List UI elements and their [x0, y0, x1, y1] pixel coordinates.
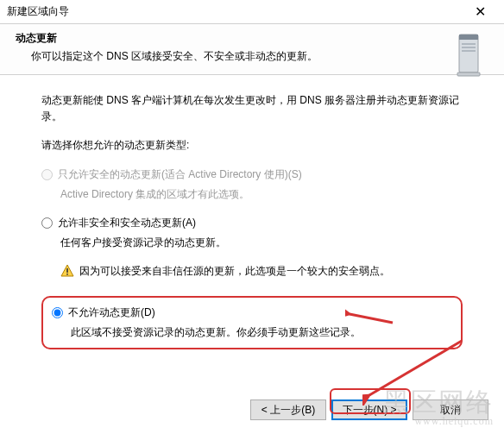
close-button[interactable]: ✕	[463, 0, 497, 24]
option-secure-only: 只允许安全的动态更新(适合 Active Directory 使用)(S)	[41, 167, 463, 183]
option-allow-nonsecure-desc2: 因为可以接受来自非信任源的更新，此选项是一个较大的安全弱点。	[79, 263, 390, 280]
svg-rect-4	[462, 50, 476, 52]
header-subtitle: 你可以指定这个 DNS 区域接受安全、不安全或非动态的更新。	[16, 49, 488, 64]
wizard-content: 动态更新能使 DNS 客户端计算机在每次发生更改时，用 DNS 服务器注册并动态…	[0, 75, 504, 358]
option-allow-nonsecure[interactable]: 允许非安全和安全动态更新(A)	[41, 215, 463, 231]
prompt-text: 请选择你想允许的动态更新类型:	[41, 137, 463, 154]
option-secure-only-desc: Active Directory 集成的区域才有此选项。	[41, 186, 463, 203]
svg-rect-5	[457, 72, 480, 76]
radio-secure-only	[41, 169, 53, 180]
option-disallow[interactable]: 不允许动态更新(D)	[52, 305, 452, 321]
svg-rect-1	[459, 35, 478, 40]
svg-rect-3	[462, 47, 476, 48]
window-title: 新建区域向导	[7, 4, 463, 19]
svg-rect-6	[66, 268, 68, 273]
radio-disallow[interactable]	[52, 307, 63, 318]
next-button[interactable]: 下一步(N) >	[331, 399, 407, 420]
server-icon	[452, 33, 485, 80]
option-allow-nonsecure-warning: 因为可以接受来自非信任源的更新，此选项是一个较大的安全弱点。	[41, 263, 463, 283]
back-button[interactable]: < 上一步(B)	[250, 399, 326, 420]
option-secure-only-label: 只允许安全的动态更新(适合 Active Directory 使用)(S)	[58, 167, 302, 183]
selected-option-highlight: 不允许动态更新(D) 此区域不接受资源记录的动态更新。你必须手动更新这些记录。	[41, 296, 463, 349]
option-disallow-desc: 此区域不接受资源记录的动态更新。你必须手动更新这些记录。	[52, 324, 452, 341]
titlebar: 新建区域向导 ✕	[0, 0, 504, 24]
svg-rect-2	[462, 43, 476, 45]
svg-rect-7	[66, 274, 68, 275]
header-title: 动态更新	[16, 31, 488, 46]
svg-rect-0	[459, 35, 478, 72]
cancel-button[interactable]: 取消	[413, 399, 488, 420]
description-text: 动态更新能使 DNS 客户端计算机在每次发生更改时，用 DNS 服务器注册并动态…	[41, 92, 463, 125]
wizard-footer: < 上一步(B) 下一步(N) > 取消	[250, 399, 488, 420]
radio-allow-nonsecure[interactable]	[41, 217, 53, 229]
wizard-header: 动态更新 你可以指定这个 DNS 区域接受安全、不安全或非动态的更新。	[0, 24, 504, 75]
option-allow-nonsecure-label: 允许非安全和安全动态更新(A)	[58, 215, 196, 231]
option-disallow-label: 不允许动态更新(D)	[68, 305, 155, 321]
option-allow-nonsecure-desc1: 任何客户接受资源记录的动态更新。	[41, 235, 463, 251]
warning-icon	[60, 264, 74, 283]
